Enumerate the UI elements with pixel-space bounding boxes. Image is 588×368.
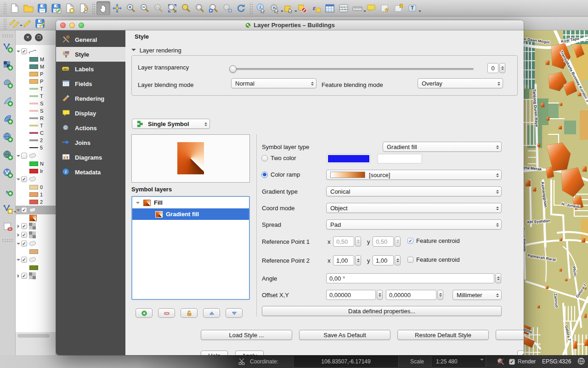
legend-item[interactable] (16, 214, 56, 222)
expand-open-icon[interactable] (17, 243, 20, 247)
zoom-out-button[interactable] (138, 1, 152, 15)
layer-visibility-checkbox[interactable] (21, 153, 27, 159)
color2-button[interactable] (377, 154, 422, 164)
legend-item[interactable]: 0 (16, 184, 56, 191)
zoom-in-button[interactable] (124, 1, 138, 15)
legend-item[interactable]: T (16, 85, 56, 92)
angle-input[interactable]: 0,00 ° (326, 273, 494, 283)
panel-hscrollbar[interactable] (17, 334, 50, 338)
expand-closed-icon[interactable] (17, 224, 21, 228)
tab-rendering[interactable]: Rendering (56, 91, 125, 106)
layer-rendering-section-toggle[interactable]: Layer rendering (131, 47, 181, 54)
expand-open-icon[interactable] (17, 259, 20, 263)
dialog-titlebar[interactable]: Layer Properties – Buildings (56, 20, 524, 30)
text-annotation-button[interactable]: T (406, 1, 419, 15)
offset-x-stepper[interactable] (377, 290, 383, 300)
load-style-button[interactable]: Load Style ... (201, 330, 292, 340)
tab-joins[interactable]: Joins (56, 135, 125, 150)
data-defined-properties-button[interactable]: Data defined properties... (262, 306, 502, 316)
identify-features-button[interactable]: i (254, 1, 268, 15)
coordinate-input[interactable]: 106.83507,-6.17149 (293, 355, 399, 368)
coord-mode-combobox[interactable]: Object (326, 203, 502, 213)
layer-visibility-checkbox[interactable] (21, 48, 27, 54)
add-symbol-layer-button[interactable] (136, 308, 153, 318)
expand-triangle-icon[interactable] (136, 202, 140, 206)
ref2-y-input[interactable]: 1,00 (373, 255, 394, 265)
new-composer-button[interactable] (63, 1, 77, 15)
symbol-layer-child-row[interactable]: Gradient fill (132, 208, 249, 220)
close-window-icon[interactable] (60, 23, 66, 28)
add-spatialite-layer-button[interactable] (1, 94, 15, 108)
toggle-editing-button[interactable] (21, 17, 34, 29)
ref1-x-input[interactable]: 0,50 (333, 236, 354, 247)
layer-row[interactable] (16, 151, 56, 160)
panel-close-icon[interactable]: ✕ (24, 34, 32, 41)
legend-item[interactable] (16, 248, 56, 255)
layer-visibility-checkbox[interactable] (21, 232, 27, 238)
legend-item[interactable]: 5 (16, 144, 56, 151)
legend-item[interactable]: P (16, 78, 56, 85)
ref1-y-stepper[interactable] (395, 236, 401, 247)
feature-blending-combobox[interactable]: Overlay (418, 78, 503, 88)
layer-row[interactable] (16, 255, 56, 264)
zoom-next-button[interactable] (220, 1, 234, 15)
save-project-as-button[interactable] (49, 1, 63, 15)
ref1-y-input[interactable]: 0,50 (373, 236, 394, 247)
symbol-layer-root-row[interactable]: Fill (132, 197, 249, 208)
legend-item[interactable]: S (16, 100, 56, 107)
legend-item[interactable]: M (16, 63, 56, 70)
add-postgis-layer-button[interactable] (1, 76, 15, 90)
restore-default-style-button[interactable]: Restore Default Style (397, 330, 489, 340)
color1-button[interactable] (327, 154, 371, 164)
gradient-type-combobox[interactable]: Conical (326, 186, 502, 196)
minimize-window-icon[interactable] (69, 23, 75, 28)
expand-closed-icon[interactable] (17, 274, 21, 278)
offset-y-input[interactable]: 0,00000 (386, 290, 436, 300)
save-project-button[interactable] (35, 1, 49, 15)
layer-row[interactable] (16, 222, 56, 230)
render-checkbox[interactable] (509, 359, 515, 365)
layer-visibility-checkbox[interactable] (21, 273, 27, 279)
ref2-x-stepper[interactable] (355, 255, 361, 265)
crs-status-icon[interactable] (577, 355, 586, 368)
expand-open-icon[interactable] (17, 155, 20, 159)
remove-layer-button[interactable] (1, 220, 15, 234)
layer-visibility-checkbox[interactable] (21, 176, 27, 182)
zoom-native-button[interactable]: 1:1 (152, 1, 165, 15)
lock-symbol-color-button[interactable] (181, 308, 198, 318)
map-canvas[interactable]: gor Daan MogotKyai TapaTransjakarta Busw… (518, 30, 588, 355)
layer-row[interactable] (16, 271, 56, 280)
ref1-x-stepper[interactable] (355, 236, 361, 247)
color-ramp-combobox[interactable]: [source] (326, 170, 502, 180)
tab-labels[interactable]: abcLabels (56, 62, 125, 76)
remove-symbol-layer-button[interactable] (158, 308, 175, 318)
layer-visibility-checkbox[interactable] (21, 207, 27, 213)
render-stop-icon[interactable] (496, 355, 505, 368)
zoom-to-selection-button[interactable] (179, 1, 193, 15)
ref2-x-input[interactable]: 1,00 (333, 255, 354, 265)
layer-row-selected[interactable] (16, 206, 56, 214)
scale-combobox[interactable]: 1:25 480 (431, 355, 486, 368)
zoom-window-icon[interactable] (79, 23, 84, 28)
pan-to-selection-button[interactable] (110, 1, 124, 15)
run-feature-action-button[interactable] (268, 1, 282, 15)
refresh-map-button[interactable] (234, 1, 248, 15)
select-by-expression-button[interactable]: ε (309, 1, 323, 15)
save-as-default-button[interactable]: Save As Default (299, 330, 390, 340)
layer-row[interactable] (16, 47, 56, 56)
angle-stepper[interactable] (495, 273, 501, 283)
select-features-button[interactable] (282, 1, 295, 15)
legend-item[interactable]: N (16, 160, 56, 167)
color-ramp-radio[interactable] (261, 172, 268, 178)
tab-diagrams[interactable]: Diagrams (56, 150, 125, 165)
zoom-full-button[interactable] (165, 1, 179, 15)
move-up-button[interactable] (203, 308, 220, 318)
legend-item[interactable]: T (16, 92, 56, 100)
offset-x-input[interactable]: 0,00000 (326, 290, 376, 300)
current-edits-button[interactable] (8, 17, 21, 29)
add-wfs-layer-button[interactable] (1, 166, 15, 180)
transparency-slider[interactable] (231, 68, 474, 70)
tab-metadata[interactable]: iMetadata (56, 165, 125, 179)
layer-visibility-checkbox[interactable] (21, 257, 27, 263)
expand-open-icon[interactable] (17, 209, 20, 213)
